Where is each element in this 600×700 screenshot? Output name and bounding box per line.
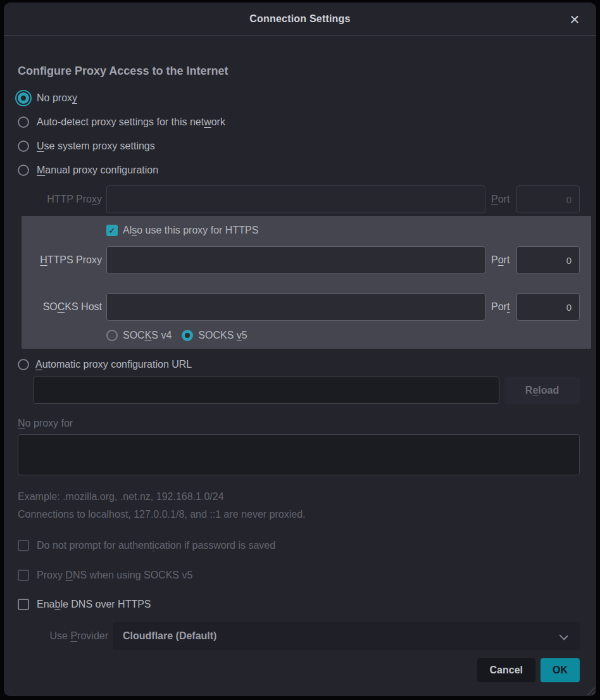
connection-settings-dialog: Connection Settings ✕ Configure Proxy Ac…: [4, 3, 596, 696]
radio-no-proxy[interactable]: No proxy: [18, 91, 580, 105]
radio-socks-v4[interactable]: SOCKS v4: [106, 328, 172, 342]
radio-button-icon[interactable]: [182, 330, 193, 341]
proxy-dns-socks5-label: Proxy DNS when using SOCKS v5: [37, 570, 192, 581]
radio-button-icon[interactable]: [18, 92, 29, 104]
ok-button[interactable]: OK: [541, 658, 580, 682]
dialog-footer: Cancel OK: [18, 658, 580, 682]
socks-version-radio-group: SOCKS v4 SOCKS v5: [106, 328, 580, 342]
radio-manual[interactable]: Manual proxy configuration: [18, 163, 580, 177]
proxy-mode-radio-group: No proxy Auto-detect proxy settings for …: [18, 91, 580, 177]
use-provider-label: Use Provider: [18, 630, 113, 642]
doh-provider-select: Cloudflare (Default): [113, 622, 580, 650]
doh-provider-value: Cloudflare (Default): [123, 630, 216, 642]
http-port-label: Port: [491, 194, 516, 205]
radio-button-icon[interactable]: [18, 165, 29, 176]
section-heading: Configure Proxy Access to the Internet: [18, 63, 580, 78]
http-proxy-input: [106, 185, 485, 213]
http-port-input: [516, 185, 580, 213]
no-proxy-example-text: Example: .mozilla.org, .net.nz, 192.168.…: [18, 491, 580, 503]
checkbox-no-prompt-auth: Do not prompt for authentication if pass…: [18, 539, 580, 553]
checkbox-also-use-https[interactable]: ✓ Also use this proxy for HTTPS: [106, 223, 580, 237]
dialog-title: Connection Settings: [249, 13, 350, 25]
auto-config-url-row: Reload: [18, 377, 580, 404]
close-icon[interactable]: ✕: [566, 11, 584, 28]
https-proxy-row: HTTPS Proxy Port: [22, 246, 580, 274]
https-port-label: Port: [491, 254, 516, 266]
localhost-note-text: Connections to localhost, 127.0.0.1/8, a…: [18, 509, 580, 520]
radio-auto-detect-label: Auto-detect proxy settings for this netw…: [37, 116, 225, 128]
no-proxy-for-label: No proxy for: [18, 418, 580, 429]
titlebar: Connection Settings ✕: [4, 3, 596, 35]
https-proxy-input[interactable]: [106, 246, 485, 274]
checkbox-icon[interactable]: ✓: [106, 225, 118, 236]
https-port-input[interactable]: [516, 246, 580, 274]
reload-button: Reload: [504, 377, 580, 404]
no-prompt-auth-label: Do not prompt for authentication if pass…: [37, 540, 275, 551]
socks-host-input[interactable]: [106, 293, 485, 321]
socks-v5-label: SOCKS v5: [198, 330, 247, 341]
auto-config-url-label: Automatic proxy configuration URL: [35, 359, 192, 370]
highlighted-section: ✓ Also use this proxy for HTTPS HTTPS Pr…: [22, 216, 591, 349]
checkbox-enable-doh[interactable]: Enable DNS over HTTPS: [18, 597, 580, 611]
enable-doh-label: Enable DNS over HTTPS: [37, 599, 151, 610]
dialog-content: Configure Proxy Access to the Internet N…: [4, 35, 596, 696]
checkbox-icon: [18, 540, 29, 551]
radio-button-icon[interactable]: [106, 330, 118, 341]
cancel-button[interactable]: Cancel: [477, 658, 535, 682]
radio-button-icon[interactable]: [18, 116, 29, 128]
socks-v4-label: SOCKS v4: [123, 330, 172, 341]
socks-host-label: SOCKS Host: [22, 301, 106, 313]
socks-port-label: Port: [491, 301, 516, 313]
radio-manual-label: Manual proxy configuration: [37, 165, 158, 176]
http-proxy-row: HTTP Proxy Port: [18, 185, 580, 213]
radio-button-icon[interactable]: [18, 141, 29, 152]
no-proxy-for-textarea: [18, 434, 580, 475]
checkbox-icon[interactable]: [18, 599, 29, 610]
https-proxy-label: HTTPS Proxy: [22, 254, 106, 266]
socks-port-input[interactable]: [516, 293, 580, 321]
radio-auto-detect[interactable]: Auto-detect proxy settings for this netw…: [18, 115, 580, 129]
radio-socks-v5[interactable]: SOCKS v5: [182, 328, 247, 342]
also-use-https-label: Also use this proxy for HTTPS: [123, 225, 258, 236]
auto-config-url-input: [33, 377, 499, 404]
radio-use-system[interactable]: Use system proxy settings: [18, 139, 580, 153]
checkbox-proxy-dns-socks5: Proxy DNS when using SOCKS v5: [18, 568, 580, 582]
socks-host-row: SOCKS Host Port: [22, 293, 580, 321]
radio-use-system-label: Use system proxy settings: [37, 141, 155, 152]
checkbox-icon: [18, 570, 29, 581]
http-proxy-label: HTTP Proxy: [18, 194, 106, 205]
chevron-down-icon: [559, 631, 568, 640]
doh-provider-row: Use Provider Cloudflare (Default): [18, 622, 580, 650]
radio-button-icon[interactable]: [18, 359, 29, 370]
radio-auto-config-url[interactable]: Automatic proxy configuration URL: [18, 358, 580, 372]
radio-no-proxy-label: No proxy: [37, 92, 77, 104]
